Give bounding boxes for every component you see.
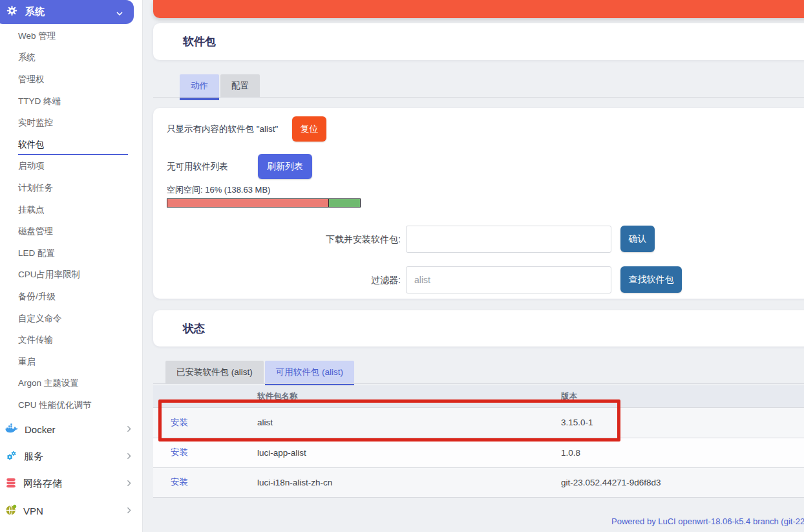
package-name: luci-i18n-alist-zh-cn [257, 478, 561, 487]
page-title-card: 软件包 [153, 23, 804, 60]
page-title: 软件包 [183, 34, 216, 49]
sidebar-item-custom-commands[interactable]: 自定义命令 [0, 308, 142, 330]
sidebar-item-system[interactable]: 系统 [0, 47, 142, 69]
globe-icon [5, 504, 17, 518]
package-version: 3.15.0-1 [561, 418, 804, 427]
package-table: 软件包名称 版本 安装 alist 3.15.0-1 安装 luci-app-a… [153, 385, 804, 498]
gears-icon [5, 450, 17, 464]
download-install-input[interactable] [406, 226, 611, 253]
download-install-label: 下载并安装软件包: [167, 234, 401, 246]
refresh-list-button[interactable]: 刷新列表 [258, 154, 312, 179]
status-tabs-divider [153, 383, 804, 384]
table-row-alist: 安装 alist 3.15.0-1 [153, 407, 804, 438]
package-name: alist [257, 418, 561, 427]
sidebar-item-packages[interactable]: 软件包 [0, 134, 142, 156]
tab-active-underline [180, 98, 219, 100]
tab-actions[interactable]: 动作 [180, 74, 219, 98]
sidebar-item-admin[interactable]: 管理权 [0, 69, 142, 90]
sidebar-item-realtime-monitor[interactable]: 实时监控 [0, 112, 142, 134]
filter-label: 过滤器: [167, 275, 401, 286]
sidebar-header-label: 系统 [25, 6, 45, 18]
sidebar-item-cpu-limit[interactable]: CPU占用率限制 [0, 264, 142, 286]
find-package-button[interactable]: 查找软件包 [620, 266, 682, 293]
sidebar-item-backup-upgrade[interactable]: 备份/升级 [0, 286, 142, 308]
package-name: luci-app-alist [257, 448, 561, 458]
chevron-right-icon [125, 424, 133, 435]
install-link[interactable]: 安装 [171, 418, 188, 427]
sidebar-menu: Web 管理 系统 管理权 TTYD 终端 实时监控 软件包 启动项 计划任务 … [0, 25, 142, 416]
sidebar-item-scheduled-tasks[interactable]: 计划任务 [0, 177, 142, 199]
sidebar-item-ttyd[interactable]: TTYD 终端 [0, 90, 142, 112]
tab-installed-packages[interactable]: 已安装软件包 (alist) [165, 361, 264, 384]
status-title: 状态 [183, 321, 205, 336]
sidebar-group-vpn[interactable]: VPN [0, 497, 142, 524]
sidebar-item-disk-management[interactable]: 磁盘管理 [0, 220, 142, 242]
sidebar-item-reboot[interactable]: 重启 [0, 351, 142, 373]
active-underline [18, 154, 128, 155]
footer-powered-by-link[interactable]: Powered by LuCI openwrt-18.06-k5.4 branc… [611, 516, 804, 526]
filter-input[interactable] [406, 266, 611, 293]
table-header-row: 软件包名称 版本 [153, 385, 804, 407]
package-version: git-23.052.44271-9d6f8d3 [561, 478, 804, 487]
tabs-divider [153, 97, 804, 98]
action-tabs: 动作 配置 [180, 74, 260, 98]
sidebar-item-cpu-tuning[interactable]: CPU 性能优化调节 [0, 394, 142, 416]
sidebar-item-argon-theme[interactable]: Argon 主题设置 [0, 373, 142, 395]
top-alert-bar[interactable] [153, 0, 804, 18]
sidebar-header-system[interactable]: 系统 [0, 0, 134, 24]
free-space-free-segment [328, 199, 360, 207]
sidebar: 系统 Web 管理 系统 管理权 TTYD 终端 实时监控 软件包 启动项 计划… [0, 0, 143, 532]
status-card: 状态 [153, 310, 804, 346]
table-header-version: 版本 [561, 391, 804, 402]
table-row-luci-i18n-alist: 安装 luci-i18n-alist-zh-cn git-23.052.4427… [153, 467, 804, 498]
confirm-button[interactable]: 确认 [620, 226, 655, 252]
main-content: 软件包 动作 配置 只显示有内容的软件包 "alist" 复位 无可用软件列表 … [143, 0, 804, 532]
install-link[interactable]: 安装 [171, 477, 188, 487]
chevron-right-icon [125, 505, 133, 516]
sidebar-group-docker[interactable]: Docker [0, 416, 142, 443]
install-link[interactable]: 安装 [171, 447, 188, 457]
status-tabs: 已安装软件包 (alist) 可用软件包 (alist) [165, 361, 354, 384]
tab-configuration[interactable]: 配置 [220, 74, 260, 98]
no-list-text: 无可用软件列表 [167, 161, 228, 173]
chevron-right-icon [125, 478, 133, 489]
reset-button[interactable]: 复位 [292, 116, 326, 142]
free-space-used-segment [167, 199, 328, 207]
chevron-down-icon [116, 8, 123, 20]
sidebar-item-startup[interactable]: 启动项 [0, 156, 142, 178]
sidebar-item-led-config[interactable]: LED 配置 [0, 242, 142, 264]
chevron-right-icon [125, 451, 133, 462]
free-space-bar [167, 198, 361, 207]
filter-notice-text: 只显示有内容的软件包 "alist" [167, 123, 278, 135]
actions-panel: 只显示有内容的软件包 "alist" 复位 无可用软件列表 刷新列表 空闲空间:… [153, 108, 804, 299]
sidebar-item-web-admin[interactable]: Web 管理 [0, 25, 142, 47]
sidebar-groups: Docker [0, 416, 142, 524]
free-space-label: 空闲空间: 16% (138.63 MB) [167, 184, 270, 196]
table-row-luci-app-alist: 安装 luci-app-alist 1.0.8 [153, 438, 804, 468]
sidebar-item-mount-points[interactable]: 挂载点 [0, 199, 142, 221]
table-header-name: 软件包名称 [257, 391, 561, 402]
sidebar-item-file-transfer[interactable]: 文件传输 [0, 329, 142, 351]
database-icon [5, 477, 17, 491]
package-version: 1.0.8 [561, 448, 804, 458]
gear-icon [6, 5, 17, 19]
sidebar-group-services[interactable]: 服务 [0, 443, 142, 471]
sidebar-group-network-storage[interactable]: 网络存储 [0, 471, 142, 498]
docker-whale-icon [5, 423, 18, 436]
tab-available-packages[interactable]: 可用软件包 (alist) [265, 361, 354, 384]
